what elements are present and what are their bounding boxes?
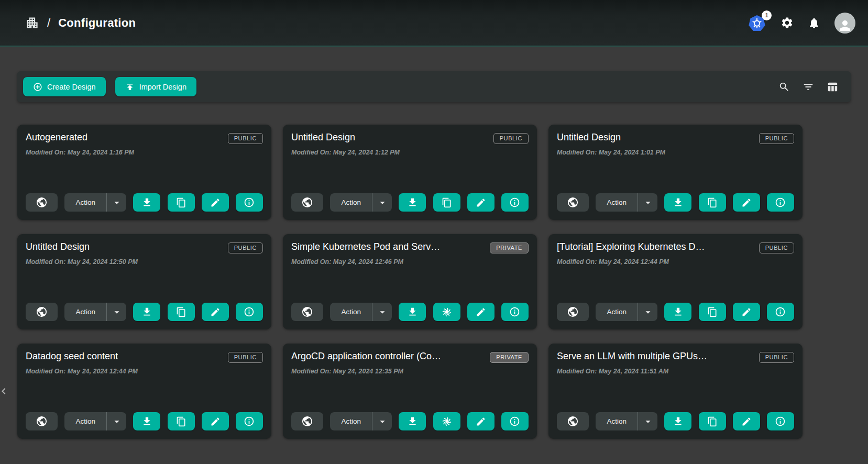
clone-design-button[interactable]: [699, 412, 726, 430]
pencil-icon: [741, 416, 752, 427]
action-button[interactable]: Action: [596, 412, 638, 430]
download-design-button[interactable]: [399, 193, 426, 212]
edit-design-button[interactable]: [202, 303, 229, 321]
publish-globe-button[interactable]: [557, 193, 589, 212]
publish-globe-button[interactable]: [26, 412, 58, 430]
download-icon: [407, 306, 418, 317]
edit-design-button[interactable]: [467, 193, 495, 212]
card-action-row: Action: [26, 193, 263, 212]
action-button[interactable]: Action: [64, 303, 106, 321]
kubernetes-context-button[interactable]: 1: [749, 15, 766, 31]
edit-design-button[interactable]: [467, 303, 495, 321]
download-design-button[interactable]: [399, 412, 426, 430]
card-header: ArgoCD application controller (Co… PRIVA…: [291, 351, 529, 363]
action-dropdown-caret-icon[interactable]: [638, 412, 657, 430]
design-title: Untitled Design: [557, 132, 621, 143]
clone-design-button[interactable]: [168, 303, 195, 321]
download-design-button[interactable]: [133, 193, 160, 212]
table-view-icon[interactable]: [827, 81, 838, 93]
download-design-button[interactable]: [133, 412, 160, 430]
modified-date: Modified On: May 24, 2024 12:44 PM: [26, 368, 263, 375]
action-dropdown-caret-icon[interactable]: [638, 193, 657, 212]
clone-design-button[interactable]: [699, 193, 726, 212]
edit-design-button[interactable]: [202, 412, 229, 430]
publish-globe-button[interactable]: [557, 412, 589, 430]
visibility-badge: PUBLIC: [759, 133, 794, 144]
settings-gear-icon[interactable]: [781, 16, 794, 29]
clone-design-button[interactable]: [168, 412, 195, 430]
action-dropdown-caret-icon[interactable]: [106, 412, 126, 430]
info-icon: [244, 416, 255, 427]
action-button[interactable]: Action: [330, 303, 372, 321]
action-dropdown-caret-icon[interactable]: [372, 193, 392, 212]
design-card: Untitled Design PUBLIC Modified On: May …: [17, 234, 271, 329]
action-button[interactable]: Action: [330, 193, 372, 212]
info-icon: [244, 306, 255, 317]
organization-building-icon[interactable]: [25, 16, 39, 30]
edit-design-button[interactable]: [733, 303, 760, 321]
sidebar-collapse-chevron[interactable]: [0, 385, 10, 397]
action-dropdown-caret-icon[interactable]: [106, 303, 126, 321]
open-in-visualizer-button[interactable]: [433, 303, 460, 321]
publish-globe-button[interactable]: [291, 412, 323, 430]
info-design-button[interactable]: [236, 193, 263, 212]
card-action-row: Action: [557, 303, 794, 321]
action-button[interactable]: Action: [64, 412, 106, 430]
breadcrumb-separator: /: [47, 16, 50, 30]
edit-design-button[interactable]: [733, 193, 760, 212]
pencil-icon: [476, 416, 486, 427]
info-design-button[interactable]: [767, 412, 794, 430]
clone-design-button[interactable]: [433, 193, 460, 212]
action-dropdown-caret-icon[interactable]: [106, 193, 126, 212]
info-design-button[interactable]: [236, 412, 263, 430]
design-card: Autogenerated PUBLIC Modified On: May 24…: [17, 125, 271, 220]
modified-date: Modified On: May 24, 2024 12:44 PM: [557, 258, 794, 266]
edit-design-button[interactable]: [733, 412, 760, 430]
download-design-button[interactable]: [399, 303, 426, 321]
download-design-button[interactable]: [664, 303, 691, 321]
user-avatar-icon[interactable]: [834, 13, 855, 34]
notifications-bell-icon[interactable]: [808, 17, 820, 29]
action-dropdown-caret-icon[interactable]: [372, 412, 392, 430]
card-header: [Tutorial] Exploring Kubernetes D… PUBLI…: [557, 241, 794, 253]
copy-icon: [707, 197, 718, 208]
filter-icon[interactable]: [803, 81, 814, 93]
design-title: Serve an LLM with multiple GPUs…: [557, 351, 707, 362]
info-design-button[interactable]: [501, 303, 529, 321]
clone-design-button[interactable]: [168, 193, 195, 212]
publish-globe-button[interactable]: [26, 193, 58, 212]
download-design-button[interactable]: [133, 303, 160, 321]
publish-globe-button[interactable]: [291, 303, 323, 321]
action-button[interactable]: Action: [330, 412, 372, 430]
download-design-button[interactable]: [664, 412, 691, 430]
spiral-pinwheel-icon: [441, 415, 453, 428]
info-design-button[interactable]: [501, 412, 529, 430]
info-design-button[interactable]: [501, 193, 529, 212]
download-design-button[interactable]: [664, 193, 691, 212]
action-dropdown-caret-icon[interactable]: [372, 303, 392, 321]
info-icon: [775, 197, 786, 208]
clone-design-button[interactable]: [699, 303, 726, 321]
import-design-button[interactable]: Import Design: [115, 77, 196, 96]
info-design-button[interactable]: [236, 303, 263, 321]
info-design-button[interactable]: [767, 303, 794, 321]
copy-icon: [442, 197, 452, 208]
publish-globe-button[interactable]: [291, 193, 323, 212]
action-button[interactable]: Action: [596, 193, 638, 212]
action-dropdown-caret-icon[interactable]: [638, 303, 657, 321]
action-button[interactable]: Action: [64, 193, 106, 212]
card-action-row: Action: [557, 193, 794, 212]
edit-design-button[interactable]: [467, 412, 495, 430]
action-split-button: Action: [596, 303, 657, 321]
open-in-visualizer-button[interactable]: [433, 412, 460, 430]
modified-date: Modified On: May 24, 2024 12:35 PM: [291, 368, 529, 375]
info-design-button[interactable]: [767, 193, 794, 212]
action-button[interactable]: Action: [596, 303, 638, 321]
publish-globe-button[interactable]: [557, 303, 589, 321]
edit-design-button[interactable]: [202, 193, 229, 212]
publish-globe-button[interactable]: [26, 303, 58, 321]
pencil-icon: [210, 307, 221, 317]
card-header: Untitled Design PUBLIC: [291, 132, 529, 144]
create-design-button[interactable]: Create Design: [23, 77, 106, 96]
search-icon[interactable]: [778, 81, 790, 93]
